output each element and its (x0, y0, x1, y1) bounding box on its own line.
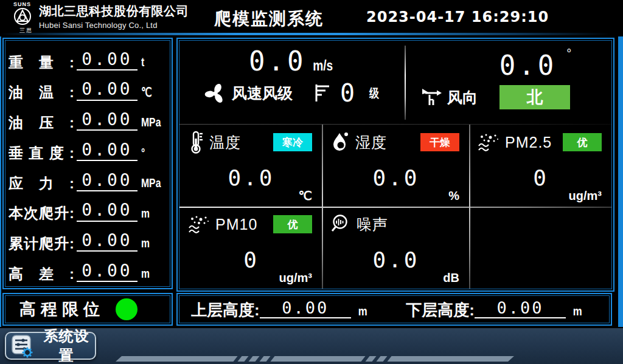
sensor-unit: ug/m³ (569, 189, 602, 203)
header: SUNS 三思 湖北三思科技股份有限公司 Hubei Sansi Technol… (0, 0, 623, 33)
wind-speed-labels: 风速风级 0 级 (179, 81, 405, 105)
status-badge: 优 (273, 215, 312, 233)
sensor-label: PM2.5 (505, 134, 552, 151)
lower-height-label: 下层高度: (406, 301, 475, 320)
wind-level-unit: 级 (369, 85, 379, 101)
wind-direction-badge: 北 (499, 85, 570, 109)
dust-icon (188, 215, 210, 234)
settings-sliders-gear-icon (11, 334, 34, 358)
elevation-limit-box: 高程限位 (2, 293, 173, 326)
measure-label: 高差: (9, 264, 74, 283)
upper-height-group: 上层高度: 0.00 m (191, 299, 368, 320)
wind-direction-label: 风向 (447, 88, 478, 108)
sensor-cell-noise: 噪声 0.0 dB (322, 207, 469, 289)
measure-value: 0.00 (77, 80, 137, 100)
sensor-cell-humidity: 湿度 干燥 0.0 % (322, 125, 469, 207)
wind-direction-value: 0.0 (499, 50, 557, 81)
measure-row-verticality: 垂直度: 0.00 ° (9, 134, 167, 162)
measure-label: 重量: (9, 53, 74, 72)
datetime-display: 2023-04-17 16:29:10 (366, 9, 549, 26)
frame-edge-right (618, 36, 623, 327)
measure-unit: t (141, 55, 161, 72)
measure-row-height-diff: 高差: 0.00 m (9, 255, 167, 283)
wind-speed-value-row: 0.0m/s (179, 47, 405, 76)
measure-unit: m (141, 266, 161, 283)
layer-heights-box: 上层高度: 0.00 m 下层高度: 0.00 m (176, 293, 612, 326)
settings-button-label: 系统设置 (38, 326, 95, 364)
thermometer-icon (188, 130, 204, 154)
measure-label: 本次爬升: (9, 204, 74, 222)
environment-panel: 0.0m/s 风速风级 (176, 38, 614, 292)
sensor-label: 温度 (209, 132, 241, 153)
status-badge: 寒冷 (273, 133, 312, 151)
sansi-logo-icon (12, 7, 33, 27)
sensor-label: PM10 (215, 216, 257, 233)
sensor-value: 0.0 (330, 167, 462, 189)
sensor-cell-temperature: 温度 寒冷 0.0 ℃ (179, 125, 322, 207)
logo-suns-text: SUNS (13, 1, 40, 7)
elevation-limit-label: 高程限位 (19, 298, 105, 320)
upper-height-unit: m (358, 304, 367, 320)
wind-level-icon (313, 83, 330, 103)
measure-value: 0.00 (77, 50, 137, 70)
sensor-value: 0.0 (330, 249, 462, 271)
lower-height-group: 下层高度: 0.00 m (406, 299, 583, 320)
sensor-label: 湿度 (355, 132, 387, 153)
status-badge: 优 (563, 133, 602, 151)
wind-direction-value-row: 0.0° (405, 47, 611, 80)
sensor-cell-empty (469, 207, 611, 289)
measure-value: 0.00 (77, 110, 137, 131)
fan-icon (204, 81, 227, 105)
wind-section: 0.0m/s 风速风级 (179, 41, 611, 125)
wind-vane-icon (420, 88, 442, 107)
measure-row-current-climb: 本次爬升: 0.00 m (9, 195, 167, 223)
measure-unit: ℃ (141, 85, 161, 102)
wind-speed-label: 风速风级 (232, 83, 293, 103)
dust-icon (478, 132, 499, 152)
measure-unit: m (141, 206, 161, 223)
wind-speed-unit: m/s (313, 58, 333, 74)
measure-row-oil-pressure: 油压: 0.00 MPa (9, 104, 167, 132)
company-name: 湖北三思科技股份有限公司 Hubei Sansi Technology Co.,… (39, 3, 189, 30)
measure-unit: MPa (141, 115, 161, 132)
noise-icon (330, 213, 351, 235)
upper-height-value: 0.00 (260, 299, 351, 318)
elevation-limit-indicator (116, 298, 137, 320)
measure-label: 垂直度: (9, 143, 74, 162)
measure-row-stress: 应力: 0.00 MPa (9, 165, 167, 193)
page-title: 爬模监测系统 (214, 7, 324, 30)
wind-level-value: 0 (340, 81, 355, 105)
measure-unit: ° (141, 145, 161, 162)
measure-label: 油温: (9, 83, 74, 101)
measure-label: 累计爬升: (9, 234, 74, 253)
company-logo: SUNS 三思 (12, 1, 40, 35)
sensor-unit: ug/m³ (279, 271, 312, 285)
wind-speed-block: 0.0m/s 风速风级 (179, 41, 405, 125)
header-divider (0, 33, 623, 35)
measure-row-total-climb: 累计爬升: 0.00 m (9, 225, 167, 253)
measurements-panel: 重量: 0.00 t 油温: 0.00 ℃ 油压: 0.00 MPa 垂直度: … (2, 38, 173, 289)
hmi-screen: SUNS 三思 湖北三思科技股份有限公司 Hubei Sansi Technol… (0, 0, 623, 364)
upper-height-label: 上层高度: (191, 301, 260, 320)
droplet-icon (330, 131, 350, 154)
system-settings-button[interactable]: 系统设置 (5, 332, 96, 360)
measure-value: 0.00 (77, 201, 137, 221)
sensor-grid: 温度 寒冷 0.0 ℃ 湿度 干燥 0.0 (179, 125, 611, 289)
sensor-unit: dB (443, 271, 459, 285)
sensor-unit: ℃ (299, 188, 312, 203)
measure-value: 0.00 (77, 140, 137, 161)
wind-direction-labels: 风向 北 (405, 85, 611, 109)
measure-label: 应力: (9, 174, 74, 193)
frame-edge-left (0, 36, 1, 327)
sensor-value: 0 (478, 167, 604, 189)
sensor-cell-pm10: PM10 优 0 ug/m³ (179, 207, 322, 289)
measure-unit: m (141, 236, 161, 253)
company-name-cn: 湖北三思科技股份有限公司 (39, 3, 189, 19)
wind-direction-unit: ° (566, 47, 571, 60)
measure-unit: MPa (141, 176, 161, 193)
sensor-value: 0 (188, 249, 315, 271)
lower-height-value: 0.00 (475, 299, 566, 318)
wind-direction-block: 0.0° 风向 北 (405, 41, 611, 125)
company-name-en: Hubei Sansi Technology Co., Ltd (39, 21, 189, 30)
status-badge: 干燥 (420, 133, 459, 151)
